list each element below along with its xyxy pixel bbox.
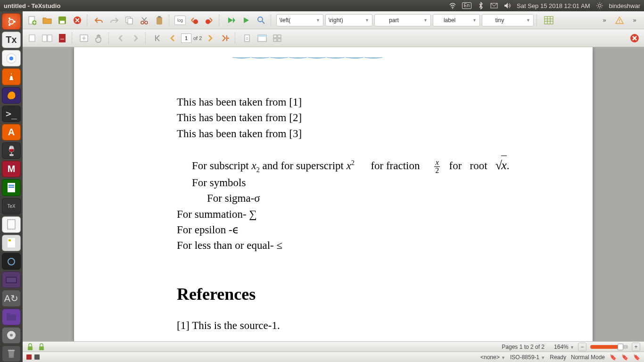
bookmark-icon[interactable]: 🔖 <box>621 354 628 361</box>
launcher-keyboard[interactable] <box>2 272 21 288</box>
log-button[interactable]: log <box>174 16 186 25</box>
doc-line: For symbols <box>192 175 564 190</box>
launcher-writer[interactable] <box>2 179 21 196</box>
compile-button[interactable] <box>239 14 253 27</box>
launcher-updater[interactable]: A↻ <box>2 290 21 306</box>
launcher-calc[interactable] <box>2 235 21 251</box>
combo-tiny[interactable]: tiny▼ <box>482 14 534 26</box>
svg-point-17 <box>8 258 15 265</box>
zoom-actual-button[interactable]: 1 <box>240 32 254 45</box>
pdf-viewport[interactable]: This has been taken from [1] This has be… <box>23 47 644 341</box>
launcher-vlc[interactable] <box>2 68 21 85</box>
paste-button[interactable] <box>153 14 166 27</box>
new-file-button[interactable] <box>25 14 39 27</box>
svg-point-36 <box>193 19 198 24</box>
sound-icon[interactable] <box>504 2 511 9</box>
single-page-button[interactable] <box>25 32 39 45</box>
launcher-dash[interactable] <box>2 13 21 30</box>
launcher-app-dark[interactable] <box>2 253 21 270</box>
cut-button[interactable] <box>138 14 151 27</box>
launcher-app-a[interactable]: A <box>2 124 21 140</box>
datetime[interactable]: Sat Sep 15 2018 12:01 AM <box>517 2 590 9</box>
build-run-button[interactable] <box>224 14 238 27</box>
window-button[interactable] <box>256 32 269 45</box>
svg-rect-42 <box>42 35 47 41</box>
combo-part[interactable]: part▼ <box>374 14 431 26</box>
zoom-out-button[interactable]: − <box>578 343 586 351</box>
bluetooth-icon[interactable] <box>477 2 485 9</box>
redo-button[interactable] <box>107 14 121 27</box>
save-button[interactable] <box>56 14 69 27</box>
svg-point-40 <box>619 22 620 23</box>
doc-line: For less than or equal- ≤ <box>177 238 564 253</box>
undo-button[interactable] <box>92 14 106 27</box>
launcher-mendeley[interactable]: M <box>2 161 21 177</box>
username[interactable]: bindeshwar <box>609 2 641 9</box>
pdf-icon[interactable] <box>56 32 69 45</box>
svg-rect-28 <box>60 21 65 24</box>
combo-left[interactable]: \left(▼ <box>276 14 323 26</box>
svg-rect-41 <box>29 35 35 41</box>
copy-button[interactable] <box>123 14 136 27</box>
doc-line: This has been taken from [3] <box>177 126 564 141</box>
svg-rect-50 <box>273 35 277 38</box>
launcher-terminal[interactable]: >_ <box>2 106 21 122</box>
fit-button[interactable] <box>77 32 91 45</box>
open-file-button[interactable] <box>41 14 54 27</box>
zoom-label[interactable]: 164% <box>554 344 569 350</box>
warning-icon[interactable] <box>613 14 626 27</box>
table-button[interactable] <box>542 14 555 27</box>
close-button[interactable] <box>71 14 84 27</box>
file-indicator[interactable]: <none> ▼ <box>480 354 505 361</box>
back-error-button[interactable] <box>188 14 201 27</box>
bookmark-icon[interactable]: 🔖 <box>633 354 640 361</box>
svg-rect-21 <box>7 313 10 315</box>
page-number-input[interactable] <box>181 33 191 43</box>
gear-icon[interactable] <box>596 2 603 9</box>
encoding-indicator[interactable]: ISO-8859-1 ▼ <box>510 354 545 361</box>
back-page-button[interactable] <box>166 32 179 45</box>
svg-point-0 <box>452 8 453 9</box>
bookmark-icon[interactable]: 🔖 <box>610 354 617 361</box>
launcher-disc[interactable] <box>2 327 21 344</box>
mode-label[interactable]: Normal Mode <box>571 354 605 361</box>
svg-point-4 <box>14 21 16 23</box>
launcher-files[interactable] <box>2 309 21 325</box>
overflow-button[interactable]: » <box>598 14 611 27</box>
next-page-button[interactable] <box>129 32 142 45</box>
svg-point-2 <box>598 4 601 7</box>
two-page-button[interactable] <box>41 32 54 45</box>
next-error-button[interactable] <box>203 14 216 27</box>
launcher-texstudio[interactable]: Tx <box>2 32 21 48</box>
svg-point-5 <box>8 17 10 19</box>
zoom-slider[interactable] <box>590 345 628 349</box>
close-viewer-button[interactable] <box>628 32 641 45</box>
first-page-button[interactable] <box>151 32 164 45</box>
svg-rect-35 <box>158 16 161 18</box>
overflow2-button[interactable]: » <box>628 14 641 27</box>
wifi-icon[interactable] <box>449 2 456 9</box>
forward-page-button[interactable] <box>204 32 217 45</box>
svg-rect-24 <box>8 350 15 351</box>
svg-rect-51 <box>278 35 281 38</box>
launcher-wine[interactable]: 🍷 <box>2 142 21 159</box>
launcher-firefox[interactable] <box>2 87 21 104</box>
zoom-in-button[interactable]: + <box>632 343 640 351</box>
svg-rect-52 <box>273 39 277 41</box>
viewer-toolbar: of 2 1 <box>23 29 644 47</box>
launcher-trash[interactable] <box>2 346 21 362</box>
prev-page-button[interactable] <box>114 32 127 45</box>
keyboard-lang[interactable]: En <box>462 2 471 9</box>
combo-label[interactable]: label▼ <box>433 14 480 26</box>
launcher-texworks[interactable]: TeX <box>2 198 21 214</box>
grid-button[interactable] <box>271 32 284 45</box>
view-button[interactable] <box>255 14 268 27</box>
pages-label: Pages 1 to 2 of 2 <box>502 344 545 350</box>
last-page-button[interactable] <box>219 32 232 45</box>
doc-line: This has been taken from [2] <box>177 110 564 125</box>
launcher-chrome[interactable] <box>2 50 21 66</box>
combo-right[interactable]: \right)▼ <box>325 14 372 26</box>
launcher-libreoffice[interactable] <box>2 216 21 233</box>
hand-tool-button[interactable] <box>92 32 106 45</box>
mail-icon[interactable] <box>490 2 498 9</box>
